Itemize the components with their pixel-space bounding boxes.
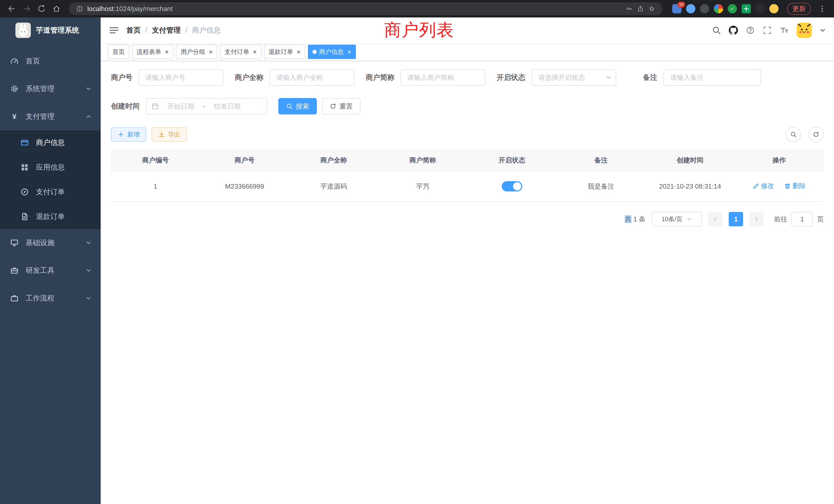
hamburger-icon[interactable]	[109, 25, 119, 36]
link-label: 删除	[792, 181, 806, 190]
reload-icon[interactable]	[35, 2, 48, 16]
extension-sheets-icon[interactable]	[742, 4, 751, 13]
menu-label: 研发工具	[26, 266, 54, 275]
status-toggle[interactable]	[502, 181, 522, 191]
sidebar-item-refund-orders[interactable]: 退款订单	[0, 204, 101, 229]
extension-puzzle-icon[interactable]: 10	[672, 4, 681, 13]
search-button[interactable]: 搜索	[278, 98, 317, 114]
close-icon[interactable]: ×	[347, 48, 351, 55]
home-icon[interactable]	[50, 2, 63, 16]
extension-icon[interactable]	[755, 4, 765, 13]
page-size-value: 10条/页	[661, 215, 682, 223]
toggle-search-icon[interactable]	[786, 127, 801, 142]
tab-user-group[interactable]: 用户分组×	[176, 45, 217, 59]
github-icon[interactable]	[729, 26, 738, 35]
tab-refund-orders[interactable]: 退款订单×	[264, 45, 305, 59]
sidebar-item-home[interactable]: 首页	[0, 47, 101, 75]
goto-page-input[interactable]	[791, 212, 813, 226]
merchant-no-input[interactable]	[139, 69, 223, 86]
remark-input[interactable]	[663, 69, 761, 86]
export-button[interactable]: 导出	[152, 127, 187, 142]
merchant-table: 商户编号 商户号 商户全称 商户简称 开启状态 备注 创建时间 操作 1	[111, 150, 824, 202]
extension-check-icon[interactable]: ✓	[728, 4, 737, 13]
help-icon[interactable]	[746, 26, 755, 35]
tab-label: 用户分组	[180, 48, 205, 56]
button-label: 导出	[168, 130, 180, 139]
cell-actions: 修改 删除	[734, 171, 824, 202]
user-avatar[interactable]	[796, 23, 812, 38]
status-select[interactable]	[531, 69, 616, 86]
extension-icon[interactable]	[686, 4, 695, 13]
date-range-picker[interactable]: -	[146, 98, 267, 114]
sidebar-menu: 首页 系统管理 ¥ 支付管理 商户信息	[0, 43, 101, 312]
sidebar-item-workflow[interactable]: 工作流程	[0, 284, 101, 312]
close-icon[interactable]: ×	[297, 48, 301, 55]
refresh-icon[interactable]	[808, 127, 824, 142]
sidebar: 芋道管理系统 首页 系统管理 ¥ 支付管理	[0, 18, 101, 504]
sidebar-item-payment[interactable]: ¥ 支付管理	[0, 102, 101, 130]
short-name-input[interactable]	[400, 69, 485, 86]
link-label: 修改	[761, 181, 774, 190]
share-icon[interactable]	[637, 5, 644, 12]
active-dot	[312, 50, 316, 54]
tab-home[interactable]: 首页	[108, 45, 129, 59]
app-logo[interactable]: 芋道管理系统	[0, 18, 101, 43]
sidebar-item-dev-tools[interactable]: 研发工具	[0, 257, 101, 284]
url-path: :1024/pay/merchant	[114, 5, 173, 13]
tab-flow-form[interactable]: 流程表单×	[132, 45, 173, 59]
delete-link[interactable]: 删除	[784, 181, 806, 190]
tab-label: 首页	[112, 48, 125, 56]
chevron-down-icon	[86, 240, 91, 246]
page-size-select[interactable]: 10条/页	[652, 212, 702, 226]
full-name-input[interactable]	[270, 69, 354, 86]
end-date-input[interactable]	[207, 102, 247, 111]
filter-row-2: 创建时间 - 搜索 重置	[111, 98, 824, 114]
breadcrumb-item-current: 商户信息	[192, 25, 221, 35]
sidebar-item-merchant-info[interactable]: 商户信息	[0, 130, 101, 155]
close-icon[interactable]: ×	[209, 48, 213, 55]
tab-label: 流程表单	[137, 48, 161, 56]
search-icon[interactable]	[712, 26, 721, 35]
next-page-button[interactable]	[749, 212, 764, 226]
current-page[interactable]: 1	[729, 212, 743, 226]
reset-button[interactable]: 重置	[322, 98, 360, 114]
sidebar-item-app-info[interactable]: 应用信息	[0, 155, 101, 180]
font-size-icon[interactable]	[780, 26, 789, 35]
tab-label: 退款订单	[269, 48, 293, 56]
fullscreen-icon[interactable]	[763, 26, 772, 35]
add-button[interactable]: 新增	[111, 127, 146, 142]
menu-label: 应用信息	[36, 162, 65, 172]
edit-link[interactable]: 修改	[753, 181, 774, 190]
close-icon[interactable]: ×	[253, 48, 257, 55]
column-header: 商户编号	[111, 150, 200, 171]
start-date-input[interactable]	[161, 102, 201, 111]
caret-down-icon[interactable]	[820, 27, 826, 33]
menu-label: 商户信息	[36, 138, 65, 147]
tab-payment-orders[interactable]: 支付订单×	[220, 45, 261, 59]
sidebar-item-payment-orders[interactable]: 支付订单	[0, 180, 101, 204]
browser-update-button[interactable]: 更新	[787, 3, 811, 15]
table-header-row: 商户编号 商户号 商户全称 商户简称 开启状态 备注 创建时间 操作	[111, 150, 824, 171]
extension-icon[interactable]	[714, 4, 723, 13]
extension-icon[interactable]	[700, 4, 709, 13]
tab-merchant-info[interactable]: 商户信息×	[308, 45, 356, 59]
forward-icon[interactable]	[20, 2, 34, 16]
url-bar[interactable]: localhost:1024/pay/merchant	[69, 2, 662, 15]
tab-label: 商户信息	[319, 48, 344, 56]
app-title: 芋道管理系统	[36, 25, 79, 35]
sidebar-item-infrastructure[interactable]: 基础设施	[0, 229, 101, 257]
site-info-icon[interactable]	[76, 5, 83, 12]
close-icon[interactable]: ×	[165, 48, 169, 55]
prev-page-button[interactable]	[708, 212, 723, 226]
extension-icon[interactable]	[769, 4, 778, 13]
browser-menu-kebab-icon[interactable]	[815, 2, 829, 16]
breadcrumb-item-home[interactable]: 首页	[126, 25, 141, 35]
breadcrumb-item-payment[interactable]: 支付管理	[152, 25, 181, 35]
back-icon[interactable]	[5, 2, 19, 16]
calendar-icon	[152, 102, 159, 110]
sidebar-item-system[interactable]: 系统管理	[0, 75, 101, 102]
bookmark-star-icon[interactable]	[648, 5, 655, 12]
password-key-icon[interactable]	[626, 5, 633, 12]
tab-label: 支付订单	[224, 48, 249, 56]
gear-icon	[10, 85, 19, 93]
